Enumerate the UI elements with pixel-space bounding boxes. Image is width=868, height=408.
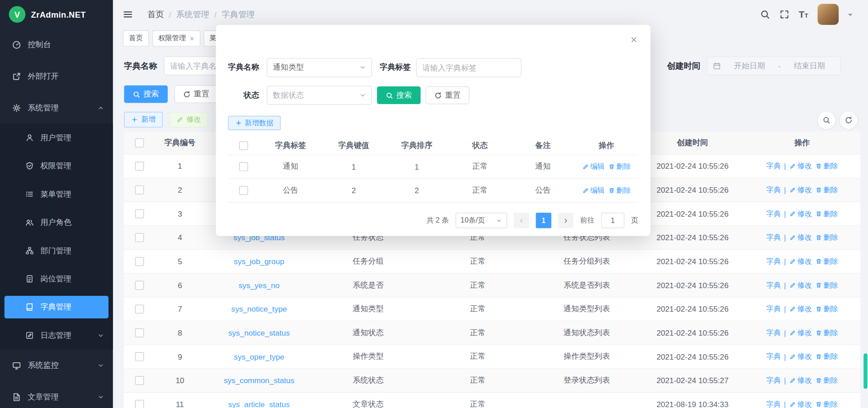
dict-name-link[interactable]: sys_notice_type xyxy=(231,304,287,313)
breadcrumb-home[interactable]: 首页 xyxy=(147,9,164,19)
edit-link[interactable]: 修改 xyxy=(789,209,812,219)
goto-page-input[interactable] xyxy=(601,213,624,228)
row-checkbox[interactable] xyxy=(135,400,144,408)
delete-link[interactable]: 删除 xyxy=(815,232,838,242)
sidebar-item-posts[interactable]: 岗位管理 xyxy=(0,265,113,293)
add-button[interactable]: 新增 xyxy=(124,112,163,127)
dict-name-link[interactable]: sys_job_group xyxy=(234,257,284,266)
sidebar-item-users[interactable]: 用户管理 xyxy=(0,123,113,152)
edit-link[interactable]: 编辑 xyxy=(582,162,605,172)
sidebar-item-monitor[interactable]: 系统监控 xyxy=(0,350,113,381)
edit-link[interactable]: 修改 xyxy=(789,161,812,171)
row-checkbox[interactable] xyxy=(135,233,144,242)
select-all-checkbox[interactable] xyxy=(239,141,248,150)
edit-link[interactable]: 修改 xyxy=(789,280,812,290)
dict-data-link[interactable]: 字典 xyxy=(766,209,781,219)
current-page-button[interactable]: 1 xyxy=(536,213,551,228)
dict-data-link[interactable]: 字典 xyxy=(766,328,781,338)
delete-link[interactable]: 删除 xyxy=(815,352,838,362)
row-checkbox[interactable] xyxy=(135,352,144,361)
edit-link[interactable]: 修改 xyxy=(789,232,812,242)
sidebar-item-departments[interactable]: 部门管理 xyxy=(0,237,113,265)
tab-close-icon[interactable]: × xyxy=(190,35,194,42)
edit-link[interactable]: 修改 xyxy=(789,399,812,408)
sidebar-item-system[interactable]: 系统管理 xyxy=(0,92,113,123)
start-date-placeholder[interactable]: 开始日期 xyxy=(724,61,775,71)
scrollbar-thumb[interactable] xyxy=(863,353,868,389)
edit-link[interactable]: 修改 xyxy=(789,256,812,266)
delete-link[interactable]: 删除 xyxy=(815,304,838,314)
dict-name-link[interactable]: sys_article_status xyxy=(228,400,290,408)
edit-link[interactable]: 修改 xyxy=(789,352,812,362)
date-range-picker[interactable]: 开始日期 - 结束日期 xyxy=(707,57,841,76)
delete-link[interactable]: 删除 xyxy=(815,161,838,171)
row-checkbox[interactable] xyxy=(135,162,144,171)
delete-link[interactable]: 删除 xyxy=(608,185,631,195)
row-checkbox[interactable] xyxy=(135,209,144,218)
end-date-placeholder[interactable]: 结束日期 xyxy=(784,61,835,71)
search-icon[interactable] xyxy=(760,9,770,19)
select-all-checkbox[interactable] xyxy=(135,138,144,147)
hamburger-icon[interactable] xyxy=(123,9,133,19)
row-checkbox[interactable] xyxy=(239,186,248,195)
edit-button[interactable]: 修改 xyxy=(170,112,208,127)
edit-link[interactable]: 修改 xyxy=(789,328,812,338)
row-checkbox[interactable] xyxy=(135,185,144,195)
dict-name-link[interactable]: sys_notice_status xyxy=(228,328,290,337)
dict-data-link[interactable]: 字典 xyxy=(766,232,781,242)
delete-link[interactable]: 删除 xyxy=(815,280,838,290)
sidebar-item-menus[interactable]: 菜单管理 xyxy=(0,180,113,208)
dict-data-link[interactable]: 字典 xyxy=(766,352,781,362)
refresh-table-button[interactable] xyxy=(839,111,858,130)
delete-link[interactable]: 删除 xyxy=(815,399,838,408)
tab-home[interactable]: 首页 xyxy=(123,30,149,47)
delete-link[interactable]: 删除 xyxy=(815,328,838,338)
dict-name-link[interactable]: sys_common_status xyxy=(224,376,294,385)
reset-button[interactable]: 重置 xyxy=(175,85,218,103)
delete-link[interactable]: 删除 xyxy=(815,209,838,219)
row-checkbox[interactable] xyxy=(135,257,144,266)
close-icon[interactable]: × xyxy=(631,34,637,45)
delete-link[interactable]: 删除 xyxy=(815,375,838,385)
delete-link[interactable]: 删除 xyxy=(815,185,838,195)
show-search-button[interactable] xyxy=(817,111,836,130)
sidebar-item-console[interactable]: 控制台 xyxy=(0,29,113,61)
tab-permissions[interactable]: 权限管理 × xyxy=(152,30,200,47)
delete-link[interactable]: 删除 xyxy=(608,162,631,172)
edit-link[interactable]: 修改 xyxy=(789,375,812,385)
breadcrumb-system[interactable]: 系统管理 xyxy=(176,9,209,19)
add-data-button[interactable]: 新增数据 xyxy=(228,116,280,130)
dict-data-link[interactable]: 字典 xyxy=(766,280,781,290)
sidebar-item-articles[interactable]: 文章管理 xyxy=(0,381,113,408)
dict-data-link[interactable]: 字典 xyxy=(766,185,781,195)
edit-link[interactable]: 修改 xyxy=(789,185,812,195)
next-page-button[interactable]: › xyxy=(558,213,573,228)
dict-name-select[interactable]: 通知类型 xyxy=(267,58,372,77)
row-checkbox[interactable] xyxy=(135,281,144,290)
dict-data-link[interactable]: 字典 xyxy=(766,256,781,266)
dict-data-link[interactable]: 字典 xyxy=(766,399,781,408)
sidebar-item-dictionary[interactable]: 字典管理 xyxy=(5,296,108,318)
status-select[interactable]: 数据状态 xyxy=(267,86,372,105)
row-checkbox[interactable] xyxy=(135,376,144,385)
page-size-select[interactable]: 10条/页 xyxy=(456,213,507,228)
edit-link[interactable]: 编辑 xyxy=(582,185,605,195)
row-checkbox[interactable] xyxy=(135,304,144,313)
sidebar-item-permissions[interactable]: 权限管理 xyxy=(0,152,113,180)
modal-search-button[interactable]: 搜索 xyxy=(377,86,421,104)
edit-link[interactable]: 修改 xyxy=(789,304,812,314)
caret-down-icon[interactable] xyxy=(848,14,853,18)
prev-page-button[interactable]: ‹ xyxy=(514,213,529,228)
dict-data-link[interactable]: 字典 xyxy=(766,375,781,385)
sidebar-item-external[interactable]: 外部打开 xyxy=(0,60,113,92)
dict-name-link[interactable]: sys_oper_type xyxy=(234,352,284,361)
delete-link[interactable]: 删除 xyxy=(815,256,838,266)
dict-data-link[interactable]: 字典 xyxy=(766,304,781,314)
dict-data-link[interactable]: 字典 xyxy=(766,161,781,171)
fullscreen-icon[interactable] xyxy=(779,9,789,19)
row-checkbox[interactable] xyxy=(239,162,248,171)
row-checkbox[interactable] xyxy=(135,328,144,337)
dict-name-link[interactable]: sys_yes_no xyxy=(239,281,280,290)
search-button[interactable]: 搜索 xyxy=(124,85,168,103)
user-avatar[interactable] xyxy=(818,4,839,25)
